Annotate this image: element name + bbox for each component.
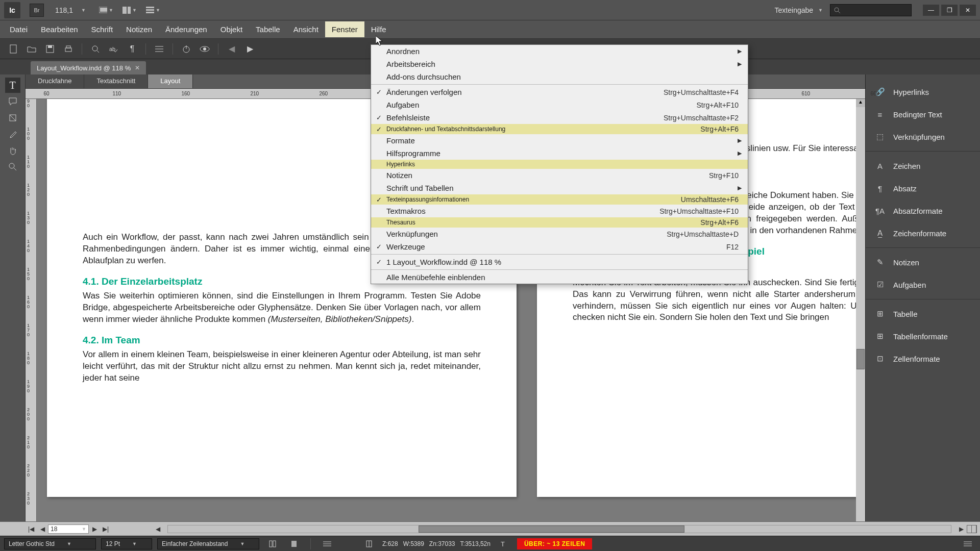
menubar-item-notizen[interactable]: Notizen (119, 21, 159, 37)
minimize-button[interactable]: — (923, 5, 939, 16)
first-page-button[interactable]: |◀ (26, 525, 37, 533)
panel-tab-absatzformate[interactable]: ¶AAbsatzformate (866, 199, 980, 222)
open-icon[interactable] (23, 42, 40, 56)
menu-item[interactable]: ✓Druckfahnen- und Textabschnittsdarstell… (371, 124, 748, 134)
menu-item[interactable]: Hilfsprogramme▶ (371, 147, 748, 160)
menu-item[interactable]: AufgabenStrg+Alt+F10 (371, 98, 748, 111)
menubar-item-objekt[interactable]: Objekt (214, 21, 249, 37)
document-tab[interactable]: Layout_Workflow.indd @ 118 % ✕ (31, 61, 146, 74)
close-button[interactable]: ✕ (960, 5, 976, 16)
menubar-item-bearbeiten[interactable]: Bearbeiten (34, 21, 85, 37)
view-options-icon[interactable]: ▼ (146, 3, 160, 17)
menu-item[interactable]: ThesaurusStrg+Alt+F6 (371, 217, 748, 228)
menu-item[interactable]: Anordnen▶ (371, 45, 748, 58)
new-doc-icon[interactable] (5, 42, 21, 56)
split-view-icon[interactable] (967, 525, 977, 533)
zoom-tool-icon[interactable] (5, 159, 20, 174)
vertical-scrollbar[interactable]: ▲ (856, 99, 865, 521)
panel-tab-hyperlinks[interactable]: 🔗Hyperlinks (866, 81, 980, 103)
hscroll-thumb[interactable] (419, 525, 685, 533)
panel-tab-tabelle[interactable]: ⊞Tabelle (866, 303, 980, 325)
panel-tab-zeichenformate[interactable]: A̲Zeichenformate (866, 222, 980, 244)
menu-icon[interactable] (151, 42, 167, 56)
type-tool-icon[interactable]: T (5, 78, 20, 93)
last-page-button[interactable]: ▶| (100, 525, 111, 533)
window-titlebar: Ic Br 118,1▼ ▼ ▼ ▼ Texteingabe▼ — ❐ ✕ (0, 0, 980, 20)
bridge-badge[interactable]: Br (30, 4, 44, 17)
view-tab-textabschnitt[interactable]: Textabschnitt (84, 74, 148, 88)
workspace-dropdown[interactable]: Texteingabe▼ (775, 6, 823, 14)
menu-item-label: Aufgaben (386, 101, 419, 109)
menu-item[interactable]: Add-ons durchsuchen (371, 70, 748, 83)
page-number-field[interactable]: 18▼ (48, 524, 89, 534)
menubar-item-datei[interactable]: Datei (3, 21, 34, 37)
menu-item[interactable]: Schrift und Tabellen▶ (371, 182, 748, 194)
hscroll-left-icon[interactable]: ◀ (152, 525, 163, 533)
menubar-item-ansicht[interactable]: Ansicht (287, 21, 325, 37)
panel-tab-bedingter-text[interactable]: ≡Bedingter Text (866, 103, 980, 126)
menu-icon[interactable] (960, 537, 976, 551)
preview-icon[interactable] (197, 42, 213, 56)
svg-rect-13 (66, 46, 70, 48)
menu-item[interactable]: ✓Änderungen verfolgenStrg+Umschalttaste+… (371, 86, 748, 98)
panel-tab-zellenformate[interactable]: ⊡Zellenformate (866, 347, 980, 370)
position-tool-icon[interactable] (5, 110, 20, 126)
font-size-dropdown[interactable]: 12 Pt▼ (101, 538, 152, 549)
font-dropdown[interactable]: Letter Gothic Std▼ (4, 538, 96, 549)
nav-back-icon[interactable]: ◀ (224, 42, 240, 56)
prev-page-button[interactable]: ◀ (37, 525, 48, 533)
note-tool-icon[interactable] (5, 94, 20, 109)
zoom-dropdown[interactable]: 118,1▼ (51, 5, 90, 15)
scroll-thumb[interactable] (856, 349, 865, 369)
panel-tab-notizen[interactable]: ✎Notizen (866, 251, 980, 273)
menu-item[interactable]: VerknüpfungenStrg+Umschalttaste+D (371, 228, 748, 240)
menu-item[interactable]: Arbeitsbereich▶ (371, 58, 748, 70)
close-tab-icon[interactable]: ✕ (135, 64, 140, 71)
menu-item[interactable]: ✓1 Layout_Workflow.indd @ 118 % (371, 256, 748, 268)
menubar-item-hilfe[interactable]: Hilfe (364, 21, 393, 37)
nav-fwd-icon[interactable]: ▶ (242, 42, 258, 56)
menubar-item-schrift[interactable]: Schrift (85, 21, 120, 37)
find-icon[interactable] (87, 42, 104, 56)
panel-tab-absatz[interactable]: ¶Absatz (866, 177, 980, 199)
hscroll-right-icon[interactable]: ▶ (955, 525, 967, 533)
fit-icon[interactable]: T (496, 537, 512, 551)
menu-item[interactable]: Formate▶ (371, 134, 748, 147)
stat-toggle-icon[interactable] (361, 537, 377, 551)
view-tab-layout[interactable]: Layout (148, 74, 193, 88)
print-icon[interactable] (60, 42, 77, 56)
panel-tab-verknüpfungen[interactable]: ⬚Verknüpfungen (866, 126, 980, 148)
menubar-item-tabelle[interactable]: Tabelle (249, 21, 287, 37)
save-icon[interactable] (42, 42, 58, 56)
horizontal-scrollbar[interactable] (167, 525, 951, 533)
menu-item[interactable]: ✓WerkzeugeF12 (371, 240, 748, 253)
eyedropper-tool-icon[interactable] (5, 127, 20, 142)
panel-tab-tabellenformate[interactable]: ⊞Tabellenformate (866, 325, 980, 347)
menu-item[interactable]: ✓TexteinpassungsinformationenUmschalttas… (371, 194, 748, 205)
single-col-icon[interactable] (286, 537, 302, 551)
spellcheck-icon[interactable]: ab (106, 42, 122, 56)
arrange-docs-icon[interactable]: ▼ (122, 3, 137, 17)
panel-tab-aufgaben[interactable]: ☑Aufgaben (866, 273, 980, 296)
leading-dropdown[interactable]: Einfacher Zeilenabstand▼ (157, 538, 259, 549)
scroll-up-icon[interactable]: ▲ (856, 99, 865, 107)
menu-item[interactable]: ✓BefehlsleisteStrg+Umschalttaste+F2 (371, 111, 748, 124)
power-icon[interactable] (178, 42, 194, 56)
menubar-item-fenster[interactable]: Fenster (325, 21, 364, 37)
menu-item[interactable]: TextmakrosStrg+Umschalttaste+F10 (371, 205, 748, 217)
maximize-button[interactable]: ❐ (941, 5, 958, 16)
search-input[interactable] (830, 4, 912, 16)
menubar-item-änderungen[interactable]: Änderungen (159, 21, 214, 37)
menu-item[interactable]: Hyperlinks (371, 160, 748, 169)
panel-tab-zeichen[interactable]: AZeichen (866, 155, 980, 177)
next-page-button[interactable]: ▶ (89, 525, 100, 533)
lines-icon[interactable] (319, 537, 335, 551)
menu-item[interactable]: Alle Menübefehle einblenden (371, 271, 748, 284)
columns-icon[interactable] (264, 537, 281, 551)
svg-rect-4 (146, 7, 154, 8)
view-tab-druckfahne[interactable]: Druckfahne (26, 74, 84, 88)
show-hidden-icon[interactable]: ¶ (124, 42, 140, 56)
screen-mode-icon[interactable]: ▼ (99, 3, 113, 17)
hand-tool-icon[interactable] (5, 143, 20, 158)
menu-item[interactable]: NotizenStrg+F10 (371, 169, 748, 182)
